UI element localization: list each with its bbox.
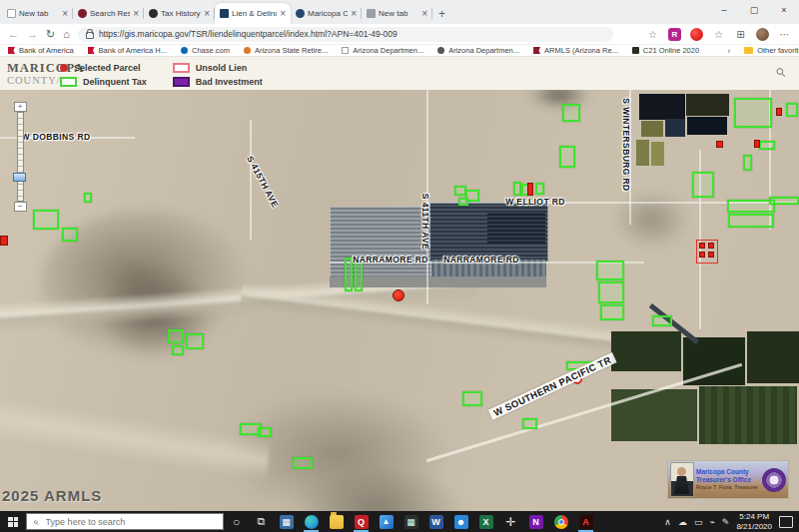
cortana-icon[interactable]: ○ — [224, 511, 249, 532]
map-parcel-lien[interactable] — [699, 243, 705, 249]
map-parcel-delinquent[interactable] — [172, 345, 184, 355]
map-parcel-delinquent[interactable] — [728, 214, 774, 228]
map-parcel-delinquent[interactable] — [598, 281, 624, 303]
refresh-icon[interactable]: ↻ — [46, 29, 55, 40]
onenote-icon[interactable]: N — [523, 511, 548, 532]
excel-icon[interactable]: X — [473, 511, 498, 532]
zoom-out-button[interactable]: − — [14, 202, 27, 212]
map-parcel-delinquent[interactable] — [168, 329, 184, 343]
acrobat-icon[interactable]: A — [573, 511, 598, 532]
map-parcel-delinquent[interactable] — [600, 304, 624, 320]
map-parcel-delinquent[interactable] — [345, 258, 353, 291]
map-parcel-lien[interactable] — [708, 252, 714, 258]
tab-close-icon[interactable]: × — [351, 9, 357, 19]
map-parcel-delinquent[interactable] — [535, 183, 544, 195]
remote-desktop-icon[interactable]: ✛ — [498, 511, 523, 532]
bookmark-az-state-retirement[interactable]: Arizona State Retire... — [244, 46, 328, 55]
tab-maricopa-assessor[interactable]: Maricopa County Asse × — [291, 3, 362, 24]
r-extension-icon[interactable]: R — [668, 28, 681, 41]
taskbar-clock[interactable]: 5:24 PM 8/21/2020 — [736, 512, 772, 531]
calculator-icon[interactable]: ▦ — [399, 511, 423, 532]
map-parcel-delinquent[interactable] — [462, 391, 482, 406]
map-parcel-delinquent[interactable] — [652, 315, 672, 326]
edge-icon[interactable] — [299, 511, 324, 532]
map-parcel-lien[interactable] — [754, 140, 760, 148]
tab-search-results[interactable]: Search Results - Maric × — [73, 3, 144, 24]
map-parcel-delinquent[interactable] — [33, 210, 59, 230]
map-parcel-delinquent[interactable] — [692, 172, 714, 198]
zoom-in-button[interactable]: + — [14, 102, 27, 112]
new-tab-button[interactable]: + — [438, 7, 445, 21]
map-parcel-lien[interactable] — [716, 141, 723, 148]
map-parcel-delinquent[interactable] — [759, 141, 775, 150]
window-maximize-button[interactable]: ▢ — [739, 0, 769, 20]
adblock-extension-icon[interactable] — [690, 28, 703, 41]
map-parcel-delinquent[interactable] — [522, 418, 537, 429]
bookmark-az-department-2[interactable]: Arizona Departmen... — [437, 46, 519, 55]
bookmark-bank-of-america[interactable]: Bank of America — [8, 46, 74, 55]
action-center-icon[interactable] — [779, 516, 793, 528]
bookmark-armls[interactable]: ARMLS (Arizona Re... — [533, 46, 618, 55]
photos-icon[interactable]: ▲ — [374, 511, 399, 532]
map-parcel-delinquent[interactable] — [562, 104, 580, 122]
people-icon[interactable]: ☻ — [448, 511, 473, 532]
start-button[interactable] — [0, 511, 26, 532]
map-parcel-delinquent[interactable] — [62, 228, 78, 242]
home-icon[interactable]: ⌂ — [63, 29, 70, 40]
collections-icon[interactable]: ⊞ — [734, 28, 747, 41]
map-parcel-delinquent[interactable] — [186, 333, 204, 349]
window-close-button[interactable]: × — [769, 0, 799, 20]
map-parcel-lien[interactable] — [699, 252, 705, 258]
tab-close-icon[interactable]: × — [62, 9, 68, 19]
map-parcel-delinquent[interactable] — [743, 155, 752, 171]
window-minimize-button[interactable]: – — [709, 0, 739, 20]
tab-tax-history[interactable]: Tax History × — [144, 3, 215, 24]
back-icon[interactable]: ← — [8, 29, 19, 40]
bookmark-c21-online[interactable]: C21 Online 2020 — [632, 46, 699, 55]
onedrive-icon[interactable]: ☁ — [678, 517, 687, 527]
bookmarks-overflow-icon[interactable]: › — [727, 46, 730, 56]
tab-close-icon[interactable]: × — [204, 9, 210, 19]
bookmark-chase[interactable]: Chase.com — [181, 46, 230, 55]
quicken-icon[interactable]: Q — [349, 511, 374, 532]
map-parcel-delinquent[interactable] — [734, 98, 772, 128]
more-menu-icon[interactable]: ⋯ — [778, 28, 791, 41]
bookmark-bank-of-america-h[interactable]: Bank of America H... — [88, 46, 167, 55]
selected-parcel-dot[interactable] — [393, 289, 404, 301]
profile-avatar-icon[interactable] — [756, 28, 769, 41]
usb-icon[interactable]: ⌁ — [709, 517, 714, 527]
search-icon[interactable]: ⌕ — [769, 60, 791, 82]
map-parcel-delinquent[interactable] — [786, 103, 798, 117]
map-parcel-delinquent[interactable] — [769, 197, 799, 205]
bookmark-az-department-1[interactable]: Arizona Departmen... — [342, 46, 423, 55]
gis-map-canvas[interactable]: W DOBBINS RDS 415TH AVES 411TH AVEW ELLI… — [0, 90, 799, 511]
tab-close-icon[interactable]: × — [421, 9, 427, 19]
map-parcel-delinquent[interactable] — [84, 193, 92, 203]
task-view-icon[interactable]: ⧉ — [249, 511, 274, 532]
map-parcel-lien[interactable] — [527, 183, 533, 196]
forward-icon[interactable]: → — [27, 29, 38, 40]
display-icon[interactable]: ▭ — [694, 517, 703, 527]
map-parcel-delinquent[interactable] — [513, 182, 521, 196]
map-parcel-delinquent[interactable] — [727, 200, 775, 213]
pen-icon[interactable]: ✎ — [722, 517, 730, 527]
map-parcel-delinquent[interactable] — [458, 198, 468, 206]
other-favorites-button[interactable]: Other favorites — [744, 46, 799, 55]
map-parcel-lien[interactable] — [708, 243, 714, 249]
map-parcel-lien[interactable] — [0, 236, 8, 246]
chrome-icon[interactable] — [548, 511, 573, 532]
map-parcel-lien[interactable] — [776, 108, 782, 116]
taskbar-search-input[interactable] — [44, 516, 198, 528]
tab-new-tab-1[interactable]: New tab × — [2, 3, 73, 24]
file-explorer-icon[interactable] — [324, 511, 349, 532]
word-icon[interactable]: W — [423, 511, 448, 532]
zoom-slider-track[interactable] — [17, 112, 24, 202]
zoom-slider-handle[interactable] — [13, 173, 26, 182]
address-bar[interactable]: https://gis.maricopa.gov/TSR/liendelinqu… — [78, 27, 613, 42]
map-parcel-delinquent[interactable] — [596, 261, 624, 280]
taskbar-search-box[interactable]: ⌕ — [26, 513, 224, 530]
map-parcel-delinquent[interactable] — [559, 146, 575, 168]
favorite-star-icon[interactable]: ☆ — [646, 28, 659, 41]
bank-app-icon[interactable]: ▦ — [274, 511, 299, 532]
tab-new-tab-2[interactable]: New tab × — [362, 3, 432, 24]
